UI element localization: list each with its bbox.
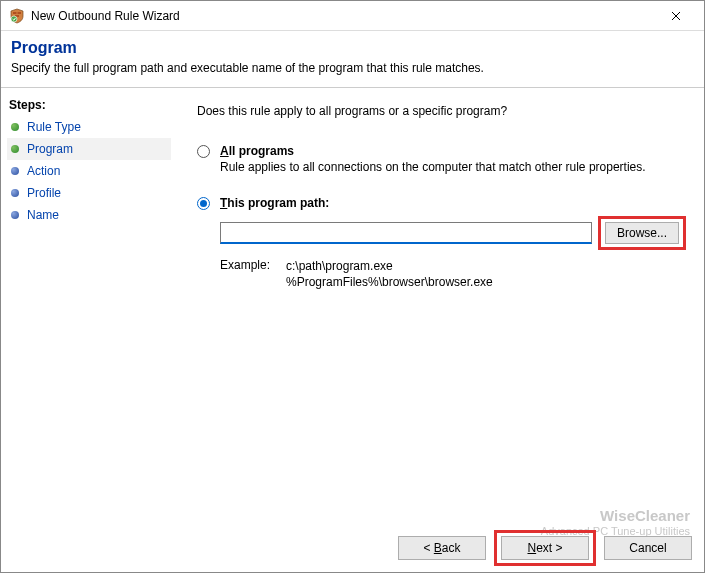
option-all-programs[interactable]: All programs Rule applies to all connect… bbox=[197, 144, 686, 174]
program-path-input[interactable] bbox=[220, 222, 592, 244]
question-text: Does this rule apply to all programs or … bbox=[197, 104, 686, 118]
firewall-icon bbox=[9, 8, 25, 24]
option-label: This program path: bbox=[220, 196, 686, 210]
step-label: Action bbox=[27, 164, 60, 178]
wizard-footer: < Back Next > Cancel bbox=[398, 530, 692, 566]
page-subtitle: Specify the full program path and execut… bbox=[11, 61, 694, 75]
next-button[interactable]: Next > bbox=[501, 536, 589, 560]
step-rule-type[interactable]: Rule Type bbox=[7, 116, 171, 138]
close-button[interactable] bbox=[656, 2, 696, 30]
step-bullet-icon bbox=[11, 145, 19, 153]
radio-this-program-path[interactable] bbox=[197, 197, 210, 210]
step-label: Name bbox=[27, 208, 59, 222]
steps-sidebar: Steps: Rule Type Program Action Profile … bbox=[1, 88, 175, 572]
step-bullet-icon bbox=[11, 189, 19, 197]
title-bar: New Outbound Rule Wizard bbox=[1, 1, 704, 31]
watermark-brand: WiseCleaner bbox=[541, 507, 690, 525]
svg-rect-0 bbox=[13, 12, 17, 14]
step-name[interactable]: Name bbox=[7, 204, 171, 226]
browse-highlight: Browse... bbox=[598, 216, 686, 250]
step-label: Profile bbox=[27, 186, 61, 200]
close-icon bbox=[671, 11, 681, 21]
back-button[interactable]: < Back bbox=[398, 536, 486, 560]
example-line: c:\path\program.exe bbox=[286, 258, 493, 274]
example-label: Example: bbox=[220, 258, 286, 290]
option-this-program-path[interactable]: This program path: Browse... Example: c:… bbox=[197, 196, 686, 290]
svg-rect-1 bbox=[18, 12, 22, 14]
cancel-button[interactable]: Cancel bbox=[604, 536, 692, 560]
option-label: All programs bbox=[220, 144, 686, 158]
step-program[interactable]: Program bbox=[7, 138, 171, 160]
option-description: Rule applies to all connections on the c… bbox=[220, 160, 686, 174]
wizard-content: Does this rule apply to all programs or … bbox=[175, 88, 704, 572]
wizard-window: New Outbound Rule Wizard Program Specify… bbox=[0, 0, 705, 573]
next-highlight: Next > bbox=[494, 530, 596, 566]
step-profile[interactable]: Profile bbox=[7, 182, 171, 204]
option-body: All programs Rule applies to all connect… bbox=[220, 144, 686, 174]
wizard-body: Steps: Rule Type Program Action Profile … bbox=[1, 88, 704, 572]
step-bullet-icon bbox=[11, 211, 19, 219]
steps-heading: Steps: bbox=[7, 98, 171, 112]
example-line: %ProgramFiles%\browser\browser.exe bbox=[286, 274, 493, 290]
svg-point-3 bbox=[11, 16, 17, 22]
step-bullet-icon bbox=[11, 123, 19, 131]
example-lines: c:\path\program.exe %ProgramFiles%\brows… bbox=[286, 258, 493, 290]
step-label: Rule Type bbox=[27, 120, 81, 134]
page-title: Program bbox=[11, 39, 694, 57]
option-body: This program path: Browse... Example: c:… bbox=[220, 196, 686, 290]
window-title: New Outbound Rule Wizard bbox=[31, 9, 656, 23]
program-path-row: Browse... bbox=[220, 216, 686, 250]
step-bullet-icon bbox=[11, 167, 19, 175]
step-action[interactable]: Action bbox=[7, 160, 171, 182]
browse-button[interactable]: Browse... bbox=[605, 222, 679, 244]
wizard-header: Program Specify the full program path an… bbox=[1, 31, 704, 88]
radio-all-programs[interactable] bbox=[197, 145, 210, 158]
program-option-group: All programs Rule applies to all connect… bbox=[197, 144, 686, 290]
example-block: Example: c:\path\program.exe %ProgramFil… bbox=[220, 258, 686, 290]
step-label: Program bbox=[27, 142, 73, 156]
